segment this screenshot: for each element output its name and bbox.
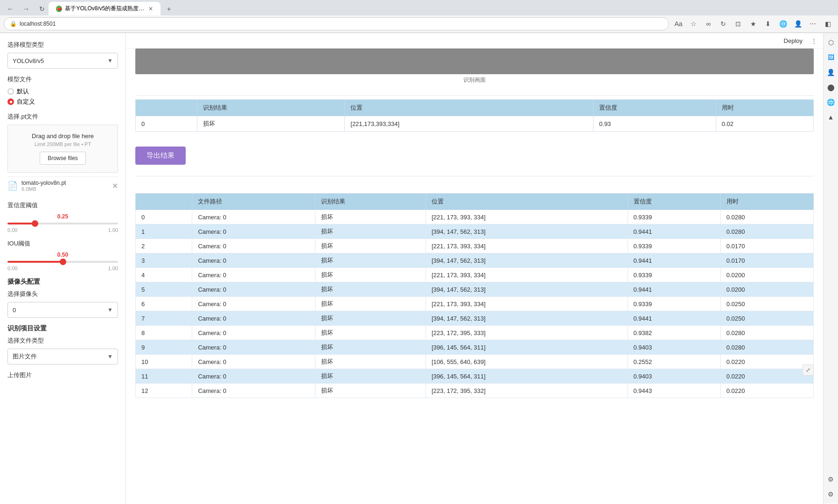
confidence-value: 0.25 xyxy=(7,213,118,220)
right-icon-settings2[interactable]: ⚙ xyxy=(825,489,837,500)
right-icon-2[interactable]: 🖼 xyxy=(825,52,837,63)
res-cell-position: [223, 172, 395, 333] xyxy=(426,326,628,340)
res-table-row: 1 Camera: 0 损坏 [394, 147, 562, 313] 0.94… xyxy=(136,224,814,239)
right-icon-5[interactable]: 🌐 xyxy=(825,97,837,108)
loop-icon[interactable]: ∞ xyxy=(702,17,715,30)
res-cell-result: 损坏 xyxy=(315,239,426,253)
iou-slider-fill xyxy=(7,261,63,263)
res-cell-time: 0.0200 xyxy=(720,282,813,297)
res-table-row: 11 Camera: 0 损坏 [396, 145, 564, 311] 0.9… xyxy=(136,369,814,384)
res-cell-index: 2 xyxy=(136,239,192,253)
res-table-row: 7 Camera: 0 损坏 [394, 147, 562, 313] 0.94… xyxy=(136,311,814,326)
res-cell-path: Camera: 0 xyxy=(192,326,315,340)
right-icon-4[interactable]: ⬤ xyxy=(825,82,837,93)
browse-files-button[interactable]: Browse files xyxy=(40,152,86,165)
res-table-row: 0 Camera: 0 损坏 [221, 173, 393, 334] 0.93… xyxy=(136,210,814,224)
res-table-row: 2 Camera: 0 损坏 [221, 173, 393, 334] 0.93… xyxy=(136,239,814,253)
back-button[interactable]: ← xyxy=(4,2,17,15)
res-cell-time: 0.0220 xyxy=(720,384,813,398)
detection-table-header-row: 识别结果 位置 置信度 用时 xyxy=(136,100,814,116)
deploy-button[interactable]: Deploy xyxy=(778,35,808,46)
reload-button[interactable]: ↻ xyxy=(35,2,49,15)
right-icon-3[interactable]: 👤 xyxy=(825,67,837,78)
profile-icon[interactable]: 👤 xyxy=(791,17,804,30)
res-cell-position: [221, 173, 393, 334] xyxy=(426,297,628,311)
res-cell-result: 损坏 xyxy=(315,210,426,224)
pt-file-label: 选择.pt文件 xyxy=(7,112,118,121)
section-divider-1 xyxy=(135,95,814,96)
res-cell-index: 10 xyxy=(136,355,192,369)
right-icon-6[interactable]: ▲ xyxy=(825,112,837,123)
iou-slider-thumb[interactable] xyxy=(60,259,66,265)
reader-icon[interactable]: Aa xyxy=(672,17,685,30)
favorites-icon[interactable]: ☆ xyxy=(687,17,700,30)
res-cell-path: Camera: 0 xyxy=(192,369,315,384)
res-cell-position: [106, 555, 640, 639] xyxy=(426,355,628,369)
model-file-section: 模型文件 默认 自定义 xyxy=(7,75,118,106)
app-layout: 选择模型类型 YOLOv8/v5 ▼ 模型文件 默认 自定义 xyxy=(0,33,838,504)
camera-dropdown[interactable]: 0 ▼ xyxy=(7,302,118,318)
tab-close-icon[interactable]: ✕ xyxy=(148,6,153,12)
res-cell-index: 12 xyxy=(136,384,192,398)
translate-icon[interactable]: 🌐 xyxy=(776,17,789,30)
refresh-icon[interactable]: ↻ xyxy=(717,17,730,30)
res-cell-confidence: 0.2552 xyxy=(628,355,720,369)
project-section: 识别项目设置 选择文件类型 图片文件 ▼ xyxy=(7,324,118,364)
det-table-row: 0 损坏 [221,173,393,334] 0.93 0.02 xyxy=(136,116,814,132)
forward-button[interactable]: → xyxy=(20,2,33,15)
right-icon-settings[interactable]: ⚙ xyxy=(825,474,837,485)
det-header-result: 识别结果 xyxy=(197,100,345,116)
iou-min: 0.00 xyxy=(7,266,17,271)
res-cell-confidence: 0.9441 xyxy=(628,253,720,268)
res-cell-index: 11 xyxy=(136,369,192,384)
radio-custom[interactable]: 自定义 xyxy=(7,98,118,106)
res-cell-result: 损坏 xyxy=(315,253,426,268)
confidence-slider-track[interactable] xyxy=(7,223,118,224)
iou-value: 0.50 xyxy=(7,252,118,258)
res-header-time: 用时 xyxy=(720,194,813,210)
res-cell-result: 损坏 xyxy=(315,224,426,239)
split-icon[interactable]: ⊡ xyxy=(732,17,745,30)
new-tab-button[interactable]: + xyxy=(162,2,175,15)
res-table-row: 12 Camera: 0 损坏 [223, 172, 395, 332] 0.9… xyxy=(136,384,814,398)
more-options-icon[interactable]: ⋯ xyxy=(806,17,819,30)
model-type-dropdown[interactable]: YOLOv8/v5 ▼ xyxy=(7,53,118,69)
confidence-slider-thumb[interactable] xyxy=(32,220,38,227)
download-icon[interactable]: ⬇ xyxy=(761,17,775,30)
camera-dropdown-arrow: ▼ xyxy=(107,307,113,313)
res-cell-path: Camera: 0 xyxy=(192,224,315,239)
collect-icon[interactable]: ★ xyxy=(747,17,760,30)
right-icon-1[interactable]: ⬡ xyxy=(825,37,837,48)
more-menu-button[interactable]: ⋮ xyxy=(808,35,819,46)
res-cell-result: 损坏 xyxy=(315,311,426,326)
sidebar-toggle-icon[interactable]: ◧ xyxy=(821,17,834,30)
radio-custom-label: 自定义 xyxy=(17,98,35,106)
res-cell-time: 0.0250 xyxy=(720,311,813,326)
res-cell-index: 4 xyxy=(136,268,192,282)
res-cell-position: [223, 172, 395, 332] xyxy=(426,384,628,398)
res-table-row: 10 Camera: 0 损坏 [106, 555, 640, 639] 0.2… xyxy=(136,355,814,369)
res-cell-result: 损坏 xyxy=(315,268,426,282)
res-cell-result: 损坏 xyxy=(315,369,426,384)
res-cell-confidence: 0.9403 xyxy=(628,340,720,355)
res-cell-confidence: 0.9339 xyxy=(628,297,720,311)
active-tab[interactable]: 🍅 基于YOLOv8/v5的番茄成熟度检... ✕ xyxy=(49,2,161,15)
camera-config-label: 摄像头配置 xyxy=(7,278,118,286)
iou-label: IOU阈值 xyxy=(7,239,118,248)
det-cell-result: 损坏 xyxy=(197,116,345,132)
res-cell-path: Camera: 0 xyxy=(192,355,315,369)
iou-slider-track[interactable] xyxy=(7,261,118,263)
file-type-dropdown[interactable]: 图片文件 ▼ xyxy=(7,349,118,364)
file-remove-icon[interactable]: ✕ xyxy=(112,182,118,190)
det-cell-confidence: 0.93 xyxy=(594,116,716,132)
address-bar[interactable]: 🔒 localhost:8501 xyxy=(4,17,669,30)
expand-icon[interactable]: ⤢ xyxy=(803,364,814,376)
radio-default[interactable]: 默认 xyxy=(7,87,118,96)
tab-title: 基于YOLOv8/v5的番茄成熟度检... xyxy=(65,5,146,13)
confidence-slider-fill xyxy=(7,223,35,224)
upload-limit-text: Limit 200MB per file • PT xyxy=(15,141,110,147)
res-cell-position: [396, 145, 564, 311] xyxy=(426,369,628,384)
results-table-header-row: 文件路径 识别结果 位置 置信度 用时 xyxy=(136,194,814,210)
file-upload-box[interactable]: Drag and drop file here Limit 200MB per … xyxy=(7,125,118,173)
export-button[interactable]: 导出结果 xyxy=(135,147,186,165)
